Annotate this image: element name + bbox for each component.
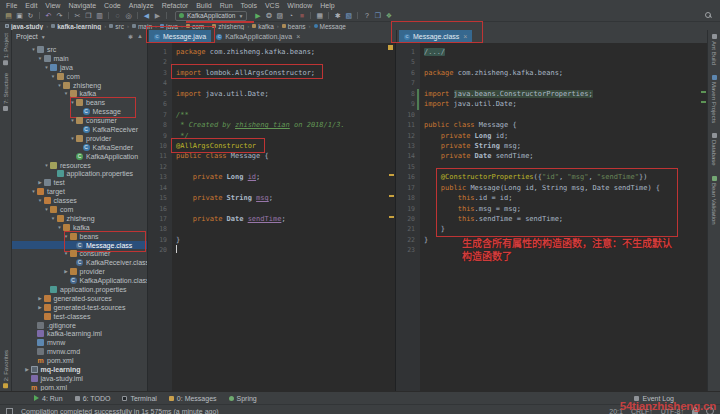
tree-row-provider[interactable]: ▼provider	[12, 134, 147, 143]
project-structure-icon[interactable]: ▧	[343, 10, 354, 21]
cut-icon[interactable]: ✂	[72, 10, 83, 21]
tree-expand-arrow[interactable]: ▼	[43, 207, 50, 212]
tree-row-com[interactable]: ▼com	[12, 72, 147, 81]
line-number[interactable]: 15	[396, 162, 424, 172]
menu-item-vcs[interactable]: VCS	[261, 2, 283, 9]
tree-expand-arrow[interactable]: ▼	[56, 225, 63, 230]
tree-row-pom-xml[interactable]: mpom.xml	[12, 383, 147, 391]
line-number[interactable]: 20	[396, 214, 424, 224]
tree-row-test-classes[interactable]: test-classes	[12, 312, 147, 321]
tree-expand-arrow[interactable]: ▼	[37, 56, 44, 61]
toolwindow-button-0-messages[interactable]: 0: Messages	[169, 395, 217, 402]
line-number[interactable]: 3	[148, 68, 176, 78]
line-number[interactable]: 1	[148, 47, 176, 57]
menu-item-view[interactable]: View	[41, 2, 64, 9]
tree-row-beans[interactable]: ▼beans	[12, 232, 147, 241]
tree-row-classes[interactable]: ▼classes	[12, 196, 147, 205]
line-number[interactable]: 5	[396, 57, 424, 67]
editor-message-java[interactable]: 1package com.zhisheng.kafka.beans;23impo…	[148, 43, 396, 391]
profiler-icon[interactable]: ◔	[285, 10, 296, 21]
tree-row-consumer[interactable]: ▼consumer	[12, 116, 147, 125]
menu-item-run[interactable]: Run	[216, 2, 237, 9]
navbar-item-java[interactable]: java	[158, 23, 180, 30]
tree-collapse-arrow[interactable]: ▶	[63, 269, 70, 274]
line-number[interactable]: 6	[148, 99, 176, 109]
tab-message-class[interactable]: CMessage.class×	[399, 30, 472, 43]
line-number[interactable]: 13	[148, 172, 176, 182]
tree-expand-arrow[interactable]: ▼	[30, 189, 37, 194]
toolwindow-button-4-run[interactable]: 4: Run	[34, 395, 63, 402]
tree-row-main[interactable]: ▼main	[12, 54, 147, 63]
tree-row-pom-xml[interactable]: mpom.xml	[12, 356, 147, 365]
line-number[interactable]: 9	[396, 99, 424, 109]
menu-item-analyze[interactable]: Analyze	[125, 2, 158, 9]
menu-item-window[interactable]: Window	[283, 2, 316, 9]
replace-icon[interactable]: ◎	[123, 10, 134, 21]
tree-expand-arrow[interactable]: ▼	[50, 74, 57, 79]
line-number[interactable]: 18	[396, 193, 424, 203]
collapse-all-icon[interactable]: ▲	[137, 33, 143, 40]
tree-row-src[interactable]: ▼src	[12, 45, 147, 54]
line-number[interactable]: 14	[396, 151, 424, 161]
line-number[interactable]: 8	[148, 120, 176, 130]
tree-row-java[interactable]: ▼java	[12, 63, 147, 72]
menu-item-build[interactable]: Build	[192, 2, 216, 9]
line-number[interactable]: 10	[148, 141, 176, 151]
line-number[interactable]: 22	[396, 235, 424, 245]
line-number[interactable]: 19	[396, 204, 424, 214]
tree-expand-arrow[interactable]: ▼	[30, 47, 37, 52]
event-log-button[interactable]: Event Log	[634, 395, 674, 402]
docs-icon[interactable]: ❒	[372, 10, 383, 21]
tree-row-consumer[interactable]: ▼consumer	[12, 249, 147, 258]
line-number[interactable]: 7	[148, 110, 176, 120]
line-number[interactable]: 5	[148, 89, 176, 99]
tree-row-kafkareceiver-class[interactable]: CKafkaReceiver.class	[12, 258, 147, 267]
tree-row-mq-learning[interactable]: ▶mq-learning	[12, 365, 147, 374]
line-number[interactable]: 16	[148, 204, 176, 214]
line-number[interactable]: 12	[396, 131, 424, 141]
tree-expand-arrow[interactable]: ▼	[56, 83, 63, 88]
tree-row-generated-test-sources[interactable]: ▶generated-test-sources	[12, 303, 147, 312]
redo-icon[interactable]: ↷	[54, 10, 65, 21]
tree-row-target[interactable]: ▼target	[12, 187, 147, 196]
line-number[interactable]: 11	[396, 120, 424, 130]
status-utf-8[interactable]: UTF-8↑	[661, 408, 684, 414]
line-number[interactable]: 18	[148, 224, 176, 234]
run-icon[interactable]: ▶	[252, 10, 263, 21]
paste-icon[interactable]: ▥	[94, 10, 105, 21]
copy-icon[interactable]: ❐	[83, 10, 94, 21]
tree-row-kafkareceiver[interactable]: CKafkaReceiver	[12, 125, 147, 134]
tree-expand-arrow[interactable]: ▼	[69, 118, 76, 123]
navbar-item-beans[interactable]: beans	[280, 23, 308, 30]
find-icon[interactable]: ◌	[112, 10, 123, 21]
navbar-item-zhisheng[interactable]: zhisheng	[210, 23, 246, 30]
line-number[interactable]: 13	[396, 141, 424, 151]
tree-expand-arrow[interactable]: ▼	[63, 91, 70, 96]
status-crlf[interactable]: CRLF↑	[631, 408, 653, 414]
line-number[interactable]: 1	[396, 47, 424, 57]
tree-collapse-arrow[interactable]: ▶	[24, 367, 31, 372]
tree-row-kafkasender[interactable]: CKafkaSender	[12, 143, 147, 152]
tree-row-mvnw-cmd[interactable]: mvnw.cmd	[12, 347, 147, 356]
chevron-down-icon[interactable]: ▼	[41, 34, 46, 40]
navbar-item-src[interactable]: src	[107, 23, 126, 30]
tree-row-application-properties[interactable]: application.properties	[12, 169, 147, 178]
line-number[interactable]: 6	[396, 68, 424, 78]
build-icon[interactable]: ▦	[314, 10, 325, 21]
tab-message-java[interactable]: CMessage.java	[149, 30, 211, 43]
tree-expand-arrow[interactable]: ▼	[43, 163, 50, 168]
lock-icon[interactable]	[692, 410, 698, 414]
tree-row-gitignore[interactable]: .gitignore	[12, 321, 147, 330]
close-icon[interactable]: ×	[296, 33, 300, 40]
tree-collapse-arrow[interactable]: ▶	[37, 296, 44, 301]
line-number[interactable]: 12	[148, 162, 176, 172]
tree-row-kafkaapplication-class[interactable]: CKafkaApplication.class	[12, 276, 147, 285]
run-configuration-select[interactable]: KafkaApplication▼	[175, 11, 247, 21]
line-number[interactable]: 9	[148, 131, 176, 141]
search-everywhere-icon[interactable]	[705, 12, 712, 19]
tree-row-message[interactable]: CMessage	[12, 107, 147, 116]
menu-item-help[interactable]: Help	[316, 2, 338, 9]
toolwindow-button-7-structure[interactable]: 7: Structure	[3, 73, 9, 111]
open-icon[interactable]: ▤	[3, 10, 14, 21]
tree-row-kafkaapplication[interactable]: CKafkaApplication	[12, 152, 147, 161]
